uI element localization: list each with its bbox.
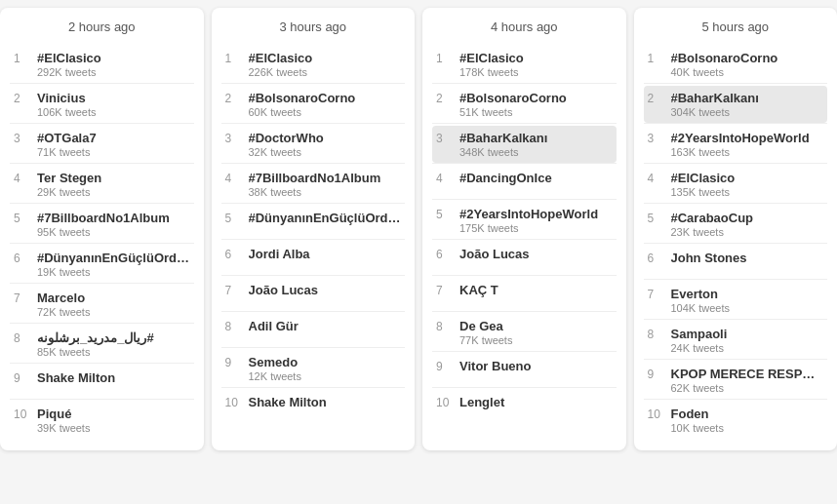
trend-name: Ter Stegen [37,171,190,185]
trend-item[interactable]: 5#DünyanınEnGüçlüOrdus... [221,206,406,239]
trend-tweets: 72K tweets [37,306,190,318]
trend-name: João Lucas [249,283,402,297]
trend-item[interactable]: 10Foden10K tweets [644,402,828,439]
trend-item[interactable]: 3#DoctorWho32K tweets [221,126,406,163]
trend-item[interactable]: 5#7BillboardNo1Album95K tweets [10,206,194,243]
trend-name: #DünyanınEnGüçlüOrdus... [249,211,402,225]
trend-tweets: 135K tweets [671,186,824,198]
trend-item[interactable]: 10Piqué39K tweets [10,402,194,439]
trend-rank: 9 [225,355,243,369]
trend-name: ریال_مدرید_برشلونه# [37,330,190,345]
trend-item[interactable]: 10Lenglet [432,390,617,423]
trend-item[interactable]: 7Marcelo72K tweets [10,286,194,323]
trend-item[interactable]: 8ریال_مدرید_برشلونه#85K tweets [10,326,194,363]
trend-content: Semedo12K tweets [249,355,402,382]
trend-tweets: 71K tweets [37,146,190,158]
trend-item[interactable]: 1#ElClasico178K tweets [432,46,617,83]
trend-name: #BolsonaroCorno [249,91,402,105]
trend-content: Adil Gür [249,319,402,333]
trend-tweets: 32K tweets [249,146,402,158]
trend-item[interactable]: 5#CarabaoCup23K tweets [644,206,828,243]
trend-content: #7BillboardNo1Album95K tweets [37,211,190,238]
trend-tweets: 104K tweets [671,302,824,314]
trend-item[interactable]: 2Vinicius106K tweets [10,86,194,123]
trend-rank: 9 [436,359,454,373]
trend-item[interactable]: 7Everton104K tweets [644,282,828,319]
trend-name: #CarabaoCup [671,211,824,225]
trend-item[interactable]: 10Shake Milton [221,390,406,423]
trend-rank: 10 [648,407,665,421]
trend-item[interactable]: 6#DünyanınEnGüçlüOrdus...19K tweets [10,246,194,283]
trend-name: #BaharKalkanı [459,131,613,145]
trend-rank: 5 [436,207,454,221]
trend-rank: 10 [225,395,243,409]
trend-content: Jordi Alba [249,247,402,261]
card-col-5h: 5 hours ago1#BolsonaroCorno40K tweets2#B… [634,8,838,450]
trend-item[interactable]: 1#ElClasico226K tweets [221,46,406,83]
trend-name: KPOP MERECE RESPEITO [671,367,824,381]
trend-content: #ElClasico292K tweets [37,51,190,78]
trend-item[interactable]: 6Jordi Alba [221,242,406,275]
trend-name: Semedo [249,355,402,369]
trend-rank: 6 [436,247,454,261]
trend-rank: 7 [648,287,665,301]
trend-item[interactable]: 4Ter Stegen29K tweets [10,166,194,203]
trend-item[interactable]: 9Semedo12K tweets [221,350,406,387]
trend-name: #ElClasico [37,51,190,65]
trend-tweets: 175K tweets [459,222,613,234]
trend-rank: 1 [436,51,454,65]
trend-tweets: 29K tweets [37,186,190,198]
trend-item[interactable]: 4#7BillboardNo1Album38K tweets [221,166,406,203]
trend-content: #ElClasico226K tweets [249,51,402,78]
trend-item[interactable]: 1#ElClasico292K tweets [10,46,194,83]
trend-content: #2YearsIntoHopeWorld163K tweets [671,131,824,158]
trend-rank: 9 [14,370,31,385]
trend-tweets: 163K tweets [671,146,824,158]
trend-content: ریال_مدرید_برشلونه#85K tweets [37,330,190,358]
trend-content: Vitor Bueno [459,359,613,373]
trend-name: #BolsonaroCorno [459,91,613,105]
trend-content: #ElClasico178K tweets [459,51,613,78]
trend-name: #2YearsIntoHopeWorld [459,207,613,221]
trend-item[interactable]: 7João Lucas [221,278,406,311]
trend-item[interactable]: 2#BaharKalkanı304K tweets [644,86,828,123]
trend-name: KAÇ T [459,283,613,297]
trend-rank: 5 [225,211,243,225]
trend-item[interactable]: 2#BolsonaroCorno51K tweets [432,86,617,123]
trend-rank: 6 [14,251,31,265]
trend-item[interactable]: 3#2YearsIntoHopeWorld163K tweets [644,126,828,163]
trend-item[interactable]: 4#DancingOnIce [432,166,617,199]
trend-name: Shake Milton [249,395,402,409]
trend-tweets: 62K tweets [671,382,824,394]
trend-name: #ElClasico [249,51,402,65]
trend-tweets: 85K tweets [37,346,190,358]
trend-item[interactable]: 2#BolsonaroCorno60K tweets [221,86,406,123]
trend-item[interactable]: 8Sampaoli24K tweets [644,322,828,359]
trend-name: #OTGala7 [37,131,190,145]
trend-item[interactable]: 6João Lucas [432,242,617,275]
trend-item[interactable]: 1#BolsonaroCorno40K tweets [644,46,828,83]
trend-item[interactable]: 5#2YearsIntoHopeWorld175K tweets [432,202,617,239]
trend-item[interactable]: 3#OTGala771K tweets [10,126,194,163]
trend-rank: 7 [225,283,243,297]
trend-rank: 8 [14,330,31,345]
card-title-col-4h: 4 hours ago [432,19,617,34]
trend-item[interactable]: 4#ElClasico135K tweets [644,166,828,203]
trend-name: Foden [671,407,824,421]
trend-item[interactable]: 7KAÇ T [432,278,617,311]
trend-rank: 5 [14,211,31,225]
trend-item[interactable]: 9Shake Milton [10,366,194,399]
trend-content: Everton104K tweets [671,287,824,314]
trend-item[interactable]: 6John Stones [644,246,828,279]
card-title-col-3h: 3 hours ago [221,19,406,34]
trend-item[interactable]: 9KPOP MERECE RESPEITO62K tweets [644,362,828,399]
trend-item[interactable]: 8Adil Gür [221,314,406,347]
trend-rank: 4 [436,171,454,185]
trend-item[interactable]: 8De Gea77K tweets [432,314,617,351]
trend-rank: 8 [436,319,454,333]
trend-name: Piqué [37,407,190,421]
trend-item[interactable]: 3#BaharKalkanı348K tweets [432,126,617,163]
trend-content: #7BillboardNo1Album38K tweets [249,171,402,198]
trend-name: João Lucas [459,247,613,261]
trend-item[interactable]: 9Vitor Bueno [432,354,617,387]
